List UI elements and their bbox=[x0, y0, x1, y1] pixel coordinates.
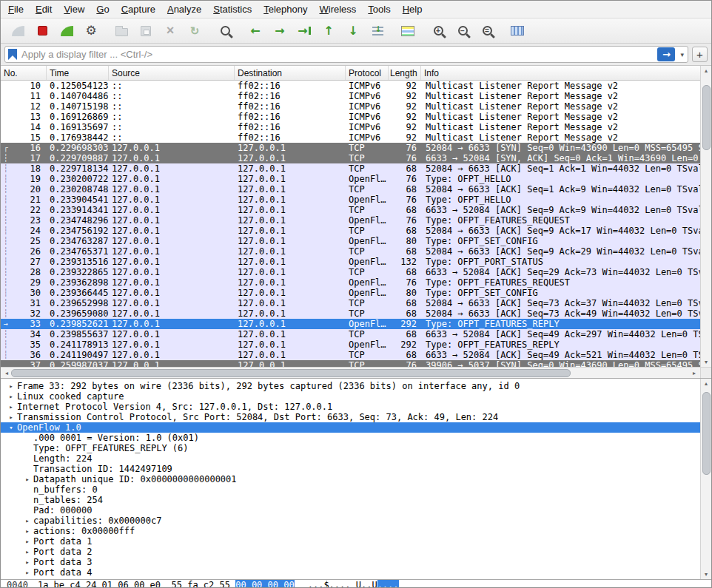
packet-row-32[interactable]: ┆320.239659080127.0.0.1127.0.0.1TCP68520… bbox=[1, 308, 700, 319]
scroll-down-icon[interactable] bbox=[701, 570, 711, 579]
column-header-no[interactable]: No. bbox=[1, 66, 47, 80]
menu-help[interactable]: Help bbox=[397, 1, 429, 17]
menu-wireless[interactable]: Wireless bbox=[314, 1, 363, 17]
detail-row[interactable]: n_buffers: 0 bbox=[1, 484, 700, 495]
expander-collapsed-icon[interactable]: ▸ bbox=[21, 557, 33, 567]
menu-analyze[interactable]: Analyze bbox=[161, 1, 207, 17]
column-header-source[interactable]: Source bbox=[109, 66, 235, 80]
go-last-packet-button[interactable]: ↓ bbox=[342, 21, 364, 41]
column-header-destination[interactable]: Destination bbox=[235, 66, 346, 80]
packet-list-scroll-thumb[interactable] bbox=[702, 85, 711, 150]
packet-row-13[interactable]: 130.169126869::ff02::16ICMPv692Multicast… bbox=[1, 112, 700, 122]
close-capture-file-button[interactable]: × bbox=[159, 21, 181, 41]
detail-row[interactable]: ▸Port data 3 bbox=[1, 557, 700, 567]
column-header-info[interactable]: Info bbox=[421, 66, 700, 80]
packet-row-33[interactable]: →330.239852621127.0.0.1127.0.0.1OpenFl…2… bbox=[1, 319, 700, 329]
packet-row-10[interactable]: 100.125054123::ff02::16ICMPv692Multicast… bbox=[1, 81, 700, 91]
packet-row-14[interactable]: 140.169135697::ff02::16ICMPv692Multicast… bbox=[1, 122, 700, 132]
packet-row-25[interactable]: ┆250.234763287127.0.0.1127.0.0.1OpenFl…8… bbox=[1, 236, 700, 246]
packet-row-23[interactable]: ┆230.234748296127.0.0.1127.0.0.1OpenFl…7… bbox=[1, 215, 700, 226]
packet-list-hscroll-thumb[interactable] bbox=[11, 369, 571, 377]
expander-collapsed-icon[interactable]: ▸ bbox=[21, 567, 33, 578]
packet-row-16[interactable]: ┌160.229698303127.0.0.1127.0.0.1TCP76520… bbox=[1, 143, 700, 153]
detail-row[interactable]: ▸capabilities: 0x000000c7 bbox=[1, 516, 700, 526]
expander-collapsed-icon[interactable]: ▸ bbox=[21, 547, 33, 557]
packet-row-11[interactable]: 110.140704486::ff02::16ICMPv692Multicast… bbox=[1, 91, 700, 101]
reload-capture-file-button[interactable]: ↻ bbox=[184, 21, 206, 41]
filter-bookmark-icon[interactable] bbox=[8, 49, 17, 60]
packet-list-vscrollbar[interactable] bbox=[700, 66, 711, 367]
packet-row-34[interactable]: ┆340.239855637127.0.0.1127.0.0.1TCP68663… bbox=[1, 329, 700, 339]
packet-row-20[interactable]: ┆200.230208748127.0.0.1127.0.0.1TCP68520… bbox=[1, 184, 700, 195]
scroll-right-icon[interactable] bbox=[689, 368, 699, 378]
packet-row-18[interactable]: ┆180.229718134127.0.0.1127.0.0.1TCP68520… bbox=[1, 163, 700, 174]
packet-list-hscrollbar[interactable] bbox=[1, 367, 700, 378]
expander-collapsed-icon[interactable]: ▸ bbox=[5, 412, 17, 422]
zoom-in-button[interactable] bbox=[427, 21, 449, 41]
expander-expanded-icon[interactable]: ▾ bbox=[5, 422, 17, 433]
menu-statistics[interactable]: Statistics bbox=[207, 1, 258, 17]
display-filter-input[interactable]: Apply a display filter ... <Ctrl-/> bbox=[4, 46, 688, 63]
go-to-packet-button[interactable]: → bbox=[293, 21, 315, 41]
detail-row[interactable]: ▸Port data 1 bbox=[1, 536, 700, 547]
detail-row[interactable]: ▸Datapath unique ID: 0x0000000000000001 bbox=[1, 474, 700, 484]
scroll-up-icon[interactable] bbox=[701, 379, 711, 388]
expander-collapsed-icon[interactable]: ▸ bbox=[21, 536, 33, 547]
packet-row-22[interactable]: ┆220.233914341127.0.0.1127.0.0.1TCP68663… bbox=[1, 205, 700, 215]
packet-row-21[interactable]: ┆210.233904541127.0.0.1127.0.0.1OpenFl…7… bbox=[1, 195, 700, 205]
detail-row[interactable]: Type: OFPT_FEATURES_REPLY (6) bbox=[1, 443, 700, 453]
packet-row-24[interactable]: ┆240.234756192127.0.0.1127.0.0.1TCP68520… bbox=[1, 226, 700, 236]
detail-row[interactable]: ▸Linux cooked capture bbox=[1, 391, 700, 402]
detail-row[interactable]: Pad: 000000 bbox=[1, 505, 700, 516]
scroll-left-icon[interactable] bbox=[1, 368, 12, 378]
menu-edit[interactable]: Edit bbox=[30, 1, 58, 17]
menu-capture[interactable]: Capture bbox=[115, 1, 161, 17]
packet-row-31[interactable]: ┆310.239652998127.0.0.1127.0.0.1TCP68520… bbox=[1, 298, 700, 308]
detail-row[interactable]: ▸Frame 33: 292 bytes on wire (2336 bits)… bbox=[1, 381, 700, 391]
details-scroll-thumb[interactable] bbox=[702, 392, 711, 475]
expander-collapsed-icon[interactable]: ▸ bbox=[5, 402, 17, 412]
detail-row[interactable]: .000 0001 = Version: 1.0 (0x01) bbox=[1, 433, 700, 443]
detail-row[interactable]: ▸Port data 4 bbox=[1, 567, 700, 578]
column-header-protocol[interactable]: Protocol bbox=[346, 66, 389, 80]
packet-row-37[interactable]: 370.259987037127.0.0.1127.0.0.1TCP763990… bbox=[1, 360, 700, 367]
detail-row[interactable]: n_tables: 254 bbox=[1, 495, 700, 505]
menu-go[interactable]: Go bbox=[90, 1, 115, 17]
colorize-packets-button[interactable] bbox=[397, 21, 419, 41]
scroll-down-icon[interactable] bbox=[701, 357, 711, 367]
column-header-time[interactable]: Time bbox=[47, 66, 109, 80]
go-forward-button[interactable]: → bbox=[269, 21, 291, 41]
expander-collapsed-icon[interactable]: ▸ bbox=[21, 526, 33, 536]
detail-row[interactable]: ▸Transmission Control Protocol, Src Port… bbox=[1, 412, 700, 422]
expander-collapsed-icon[interactable]: ▸ bbox=[5, 381, 17, 391]
resize-columns-button[interactable] bbox=[506, 21, 528, 41]
go-back-button[interactable]: ← bbox=[244, 21, 266, 41]
column-header-length[interactable]: Length bbox=[389, 66, 421, 80]
detail-row[interactable]: ▸actions: 0x00000fff bbox=[1, 526, 700, 536]
menu-view[interactable]: View bbox=[58, 1, 90, 17]
expander-collapsed-icon[interactable]: ▸ bbox=[5, 391, 17, 402]
packet-row-17[interactable]: ┆170.229709887127.0.0.1127.0.0.1TCP76663… bbox=[1, 153, 700, 163]
zoom-out-button[interactable] bbox=[451, 21, 474, 41]
filter-dropdown-caret-icon[interactable] bbox=[679, 51, 685, 58]
detail-row[interactable]: Transaction ID: 1442497109 bbox=[1, 464, 700, 474]
scroll-up-icon[interactable] bbox=[701, 66, 711, 75]
save-capture-file-button[interactable] bbox=[135, 21, 157, 41]
expander-collapsed-icon[interactable]: ▸ bbox=[21, 516, 33, 526]
packet-row-26[interactable]: ┆260.234765371127.0.0.1127.0.0.1TCP68520… bbox=[1, 246, 700, 257]
packet-row-30[interactable]: ┆300.239366445127.0.0.1127.0.0.1OpenFl…8… bbox=[1, 288, 700, 298]
apply-filter-button[interactable] bbox=[657, 47, 675, 61]
add-filter-button[interactable]: + bbox=[692, 47, 708, 62]
packet-row-15[interactable]: 150.176938442::ff02::16ICMPv692Multicast… bbox=[1, 132, 700, 143]
expander-collapsed-icon[interactable]: ▸ bbox=[21, 474, 33, 484]
packet-row-12[interactable]: 120.140715198::ff02::16ICMPv692Multicast… bbox=[1, 101, 700, 112]
open-capture-file-button[interactable] bbox=[110, 21, 132, 41]
menu-file[interactable]: File bbox=[2, 1, 30, 17]
go-first-packet-button[interactable]: ↑ bbox=[318, 21, 340, 41]
packet-row-27[interactable]: ┆270.239313516127.0.0.1127.0.0.1OpenFl…1… bbox=[1, 257, 700, 267]
packet-row-28[interactable]: ┆280.239322865127.0.0.1127.0.0.1TCP68663… bbox=[1, 267, 700, 277]
packet-row-29[interactable]: ┆290.239362898127.0.0.1127.0.0.1OpenFl…7… bbox=[1, 277, 700, 288]
detail-row[interactable]: ▸Port data 2 bbox=[1, 547, 700, 557]
details-vscrollbar[interactable] bbox=[700, 379, 711, 579]
restart-capture-button[interactable] bbox=[56, 21, 78, 41]
